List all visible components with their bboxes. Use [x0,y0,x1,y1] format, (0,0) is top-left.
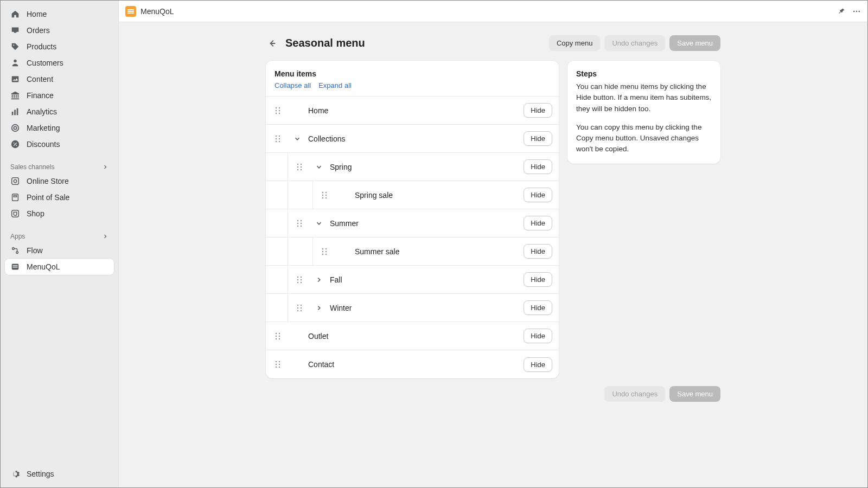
svg-rect-22 [127,11,134,12]
svg-point-55 [297,225,298,226]
chevron-down-icon[interactable] [311,220,327,227]
svg-rect-3 [12,112,14,115]
sidebar-item-discounts[interactable]: Discounts [5,136,114,152]
svg-point-29 [276,110,277,111]
drag-handle-icon[interactable] [288,163,311,171]
back-button[interactable] [266,37,279,50]
drag-handle-icon[interactable] [312,191,336,199]
more-icon[interactable] [852,7,861,16]
undo-changes-button-bottom[interactable]: Undo changes [604,386,665,402]
svg-point-75 [276,332,277,333]
sidebar-item-label: Home [27,10,47,18]
store-icon [10,176,20,186]
hide-button[interactable]: Hide [524,357,552,372]
menu-row-fall: Fall Hide [266,266,559,294]
menu-row-home: Home Hide [266,97,559,125]
sidebar-section-channels[interactable]: Sales channels [5,159,114,173]
drag-handle-icon[interactable] [266,135,290,143]
hide-button[interactable]: Hide [524,188,552,202]
svg-rect-19 [13,265,18,266]
sidebar-item-settings[interactable]: Settings [5,466,114,482]
hide-button[interactable]: Hide [524,131,552,146]
sidebar-item-label: Finance [27,91,54,100]
drag-handle-icon[interactable] [288,304,311,312]
sidebar-item-flow[interactable]: Flow [5,242,114,259]
svg-point-32 [279,112,280,113]
svg-point-77 [276,335,277,336]
svg-rect-4 [14,110,16,115]
discount-icon [10,139,20,149]
sidebar-item-finance[interactable]: Finance [5,87,114,104]
sidebar-item-label: Content [27,75,53,84]
drag-handle-icon[interactable] [288,220,311,227]
sidebar-item-label: Online Store [27,177,69,185]
sidebar-item-label: Discounts [27,140,60,149]
pin-icon[interactable] [837,7,846,16]
menu-row-winter: Winter Hide [266,294,559,322]
svg-rect-14 [14,195,16,197]
svg-point-46 [326,191,327,192]
hide-button[interactable]: Hide [524,272,552,287]
sidebar-item-orders[interactable]: Orders [5,22,114,38]
hide-button[interactable]: Hide [524,329,552,343]
svg-point-0 [13,44,14,46]
expand-all-link[interactable]: Expand all [318,81,352,89]
chevron-right-icon[interactable] [311,276,327,284]
save-menu-button[interactable]: Save menu [669,35,720,51]
undo-changes-button[interactable]: Undo changes [604,35,665,51]
svg-point-52 [301,220,302,221]
sidebar-item-online-store[interactable]: Online Store [5,173,114,189]
svg-rect-15 [12,210,19,217]
sidebar-item-menuqol[interactable]: MenuQoL [5,259,114,275]
svg-point-81 [276,361,277,362]
drag-handle-icon[interactable] [266,107,290,114]
hide-button[interactable]: Hide [524,216,552,230]
save-menu-button-bottom[interactable]: Save menu [669,386,720,402]
svg-point-33 [276,135,277,136]
drag-handle-icon[interactable] [288,276,311,284]
page-title: Seasonal menu [285,37,542,49]
drag-handle-icon[interactable] [266,332,290,340]
chevron-down-icon[interactable] [290,135,305,143]
hide-button[interactable]: Hide [524,300,552,315]
target-icon [10,123,20,133]
hide-button[interactable]: Hide [524,244,552,259]
hide-button[interactable]: Hide [524,159,552,174]
copy-menu-button[interactable]: Copy menu [549,35,600,51]
drag-handle-icon[interactable] [266,361,290,368]
svg-point-42 [301,166,302,167]
hide-button[interactable]: Hide [524,103,552,118]
svg-point-54 [301,222,302,223]
sidebar-item-customers[interactable]: Customers [5,55,114,71]
sidebar-item-pos[interactable]: Point of Sale [5,189,114,206]
svg-point-72 [301,307,302,308]
steps-paragraph: You can hide menu items by clicking the … [576,81,712,114]
drag-handle-icon[interactable] [312,248,336,255]
sidebar-item-products[interactable]: Products [5,38,114,55]
chevron-down-icon[interactable] [311,163,327,171]
sidebar-item-home[interactable]: Home [5,6,114,22]
svg-point-26 [859,10,860,12]
menu-row-spring-sale: Spring sale Hide [266,181,559,209]
sidebar-item-shop[interactable]: Shop [5,206,114,222]
svg-point-63 [297,276,298,277]
image-icon [10,74,20,84]
svg-point-49 [322,197,323,198]
svg-point-9 [14,143,15,144]
sidebar-section-apps[interactable]: Apps [5,228,114,242]
chevron-right-icon[interactable] [311,304,327,312]
sidebar-item-content[interactable]: Content [5,71,114,87]
svg-point-51 [297,220,298,221]
svg-point-57 [322,248,323,249]
collapse-all-link[interactable]: Collapse all [275,81,311,89]
svg-rect-11 [12,178,19,185]
menu-item-label: Summer sale [352,247,524,256]
sidebar-item-marketing[interactable]: Marketing [5,120,114,136]
svg-point-56 [301,225,302,226]
svg-point-62 [326,253,327,254]
svg-point-78 [279,335,280,336]
svg-point-40 [301,163,302,164]
sidebar-item-analytics[interactable]: Analytics [5,104,114,120]
svg-rect-5 [17,108,18,115]
svg-point-82 [279,361,280,362]
